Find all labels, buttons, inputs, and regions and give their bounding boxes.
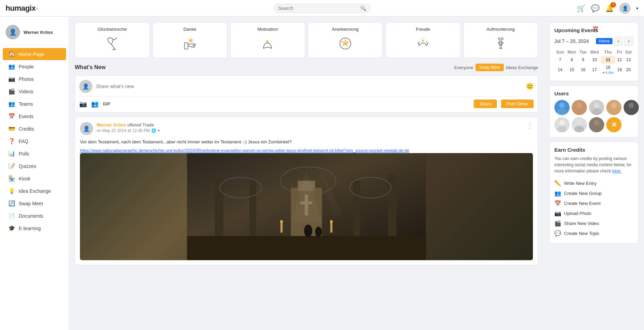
feed-post-avatar: 👤: [80, 122, 93, 135]
tag-people-icon[interactable]: 👥: [91, 100, 99, 108]
cal-cell-13[interactable]: 13: [624, 56, 633, 64]
camera-icon[interactable]: 📷: [79, 100, 87, 108]
user-avatar-8[interactable]: [589, 117, 604, 132]
sidebar-item-kiosk[interactable]: 🏪 Kiosk: [3, 172, 66, 185]
cal-cell-12[interactable]: 12: [615, 56, 624, 64]
svg-point-6: [422, 40, 424, 42]
cal-cell-18[interactable]: 18● 5:30p: [601, 64, 615, 76]
sidebar-item-label-teams: Teams: [19, 101, 33, 107]
dropdown-arrow[interactable]: ▾: [158, 128, 160, 133]
create-event-icon: 📅: [554, 200, 561, 207]
earn-create-event[interactable]: 📅 Create New Event: [554, 198, 633, 208]
cart-icon[interactable]: 🛒: [577, 4, 586, 12]
post-input[interactable]: [96, 82, 523, 91]
card-title-3: Anerkennung: [311, 27, 380, 32]
earn-create-topic[interactable]: 💬 Create New Topic: [554, 228, 633, 238]
sidebar-item-credits[interactable]: 💳 Credits: [3, 123, 66, 135]
cal-header: Upcoming Events 📅: [554, 27, 633, 33]
card-gluckwunsche[interactable]: Glückwünsche: [75, 22, 150, 58]
card-danke[interactable]: Danke: [153, 22, 228, 58]
feed-author[interactable]: Werner Kröss: [97, 122, 126, 128]
svg-rect-23: [330, 222, 333, 233]
post-other-button[interactable]: Post Other: [501, 100, 534, 108]
upload-photo-icon: 📷: [554, 210, 561, 217]
card-icon-1: [156, 35, 225, 54]
earn-share-video[interactable]: 🎬 Share New Video: [554, 218, 633, 228]
filter-btn-swap-meet[interactable]: Swap Meet: [475, 64, 504, 71]
earn-upload-photo[interactable]: 📷 Upload Photo: [554, 208, 633, 218]
cal-cell-17[interactable]: 17: [588, 64, 601, 76]
cal-cell-15[interactable]: 15: [566, 64, 578, 76]
user-avatar-6[interactable]: [554, 117, 570, 132]
chevron-down-icon[interactable]: ▾: [636, 6, 638, 11]
gif-icon[interactable]: GIF: [103, 101, 110, 106]
svg-point-26: [304, 225, 312, 237]
sidebar-item-elearning[interactable]: 🎓 E-learning: [3, 222, 66, 234]
cal-cell-11[interactable]: 11: [601, 56, 615, 64]
sidebar-item-photos[interactable]: 📷 Photos: [3, 73, 66, 85]
share-button[interactable]: Share: [474, 100, 497, 108]
emoji-icon[interactable]: 🙂: [526, 83, 534, 90]
search-bar[interactable]: Search 🔍: [274, 4, 371, 13]
sidebar-item-teams[interactable]: 👥 Teams: [3, 98, 66, 110]
card-aufmunterung[interactable]: Aufmunterung: [463, 22, 538, 58]
teams-icon: 👥: [8, 101, 15, 107]
svg-point-42: [594, 120, 599, 125]
card-icon-3: [311, 35, 380, 54]
cal-cell-14[interactable]: 14: [554, 64, 566, 76]
sidebar-item-idea-exchange[interactable]: 💡 Idea Exchange: [3, 185, 66, 197]
user-avatar-3[interactable]: [589, 100, 604, 115]
user-avatar-7[interactable]: [572, 117, 587, 132]
cal-prev-btn[interactable]: ‹: [614, 37, 623, 46]
sidebar-item-label-idea: Idea Exchange: [19, 188, 51, 194]
kiosk-icon: 🏪: [8, 175, 15, 182]
cal-cell-8[interactable]: 8: [566, 56, 578, 64]
search-icon: 🔍: [360, 6, 366, 11]
card-title-0: Glückwünsche: [78, 27, 147, 32]
sidebar-item-videos[interactable]: 🎬 Videos: [3, 85, 66, 97]
card-motivation[interactable]: Motivation: [230, 22, 305, 58]
notification-icon[interactable]: 🔔 7: [605, 4, 614, 12]
sidebar-item-faq[interactable]: ❓ FAQ: [3, 135, 66, 147]
people-icon: 👥: [8, 63, 15, 70]
sidebar-item-swap-meet[interactable]: 🔄 Swap Meet: [3, 197, 66, 209]
svg-point-40: [577, 120, 582, 125]
cal-cell-7[interactable]: 7: [554, 56, 566, 64]
earn-write-entry[interactable]: ✏️ Write New Entry: [554, 178, 633, 188]
card-anerkennung[interactable]: Anerkennung: [308, 22, 383, 58]
svg-rect-1: [184, 43, 188, 49]
user-avatar-1[interactable]: [554, 100, 570, 115]
cal-cell-20[interactable]: 20: [624, 64, 633, 76]
sidebar-item-documents[interactable]: 📄 Documents: [3, 210, 66, 222]
cal-cell-9[interactable]: 9: [578, 56, 588, 64]
user-avatar-4[interactable]: [606, 100, 622, 115]
sidebar-item-polls[interactable]: 📊 Polls: [3, 148, 66, 160]
feed-text: Vor dem Testament, nach dem Testament...…: [80, 139, 533, 145]
feed-more-icon[interactable]: ⋮: [527, 122, 533, 130]
sidebar-item-quizzes[interactable]: 📝 Quizzes: [3, 160, 66, 172]
card-freude[interactable]: Freude: [386, 22, 461, 58]
cal-cell-10[interactable]: 10: [588, 56, 601, 64]
feed-post-meta: Werner Kröss offered Trade on May 22 202…: [97, 122, 523, 133]
credits-icon: 💳: [8, 125, 15, 132]
sidebar-item-events[interactable]: 📅 Events: [3, 110, 66, 122]
user-avatar-5[interactable]: [624, 100, 639, 115]
search-input[interactable]: Search: [278, 6, 360, 11]
user-avatar-9[interactable]: ✕: [606, 117, 622, 132]
sidebar-item-home[interactable]: 🏠 Home Page: [3, 48, 66, 60]
cal-cell-16[interactable]: 16: [578, 64, 588, 76]
cal-cell-19[interactable]: 19: [615, 64, 624, 76]
chat-icon[interactable]: 💬: [591, 4, 600, 12]
user-avatar-2[interactable]: [572, 100, 587, 115]
feed-link[interactable]: https://www.nationalgeographic.de/geschi…: [80, 148, 533, 153]
earn-create-group[interactable]: 👥 Create New Group: [554, 188, 633, 198]
earn-credits-link[interactable]: here.: [612, 169, 622, 173]
users-card: Users: [549, 85, 638, 138]
user-avatar-topnav[interactable]: 👤: [619, 3, 631, 14]
sidebar-item-people[interactable]: 👥 People: [3, 60, 66, 73]
cal-next-btn[interactable]: ›: [624, 37, 633, 46]
svg-point-35: [609, 109, 619, 115]
card-icon-0: [78, 35, 147, 54]
calendar-card: Upcoming Events 📅 Jul 7 – 20, 2024 Home …: [549, 22, 638, 81]
card-title-2: Motivation: [233, 27, 302, 32]
